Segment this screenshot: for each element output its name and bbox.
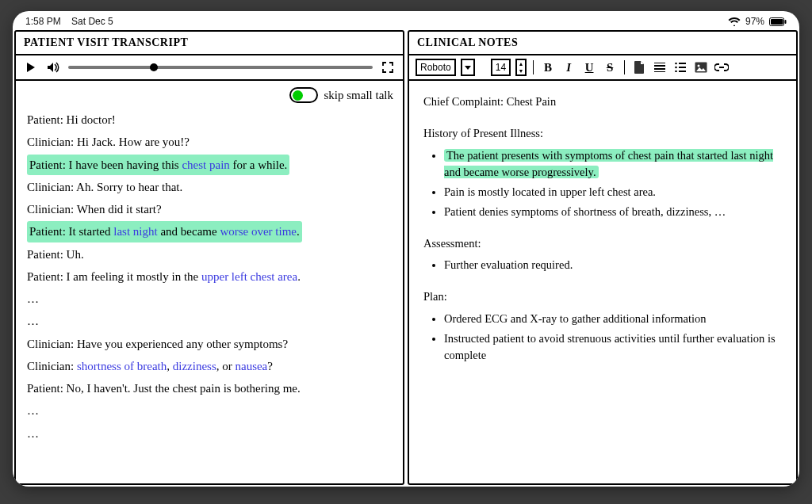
volume-button[interactable]: [46, 60, 60, 74]
transcript-text: ?: [267, 360, 273, 372]
seek-slider[interactable]: [68, 66, 373, 69]
note-section: Plan:Ordered ECG and X-ray to gather add…: [423, 288, 782, 365]
section-list: The patient presents with symptoms of ch…: [423, 147, 782, 221]
transcript-text: …: [27, 404, 39, 417]
status-time: 1:58 PM: [25, 16, 61, 27]
font-size-value: 14: [496, 62, 506, 73]
transcript-text: …: [27, 292, 39, 305]
font-size-stepper[interactable]: ▲ ▼: [515, 59, 527, 76]
transcript-line: Clinician: When did it start?: [27, 199, 392, 220]
transcript-text: Have you experienced any other symptoms?: [77, 338, 288, 350]
transcript-line: Clinician: shortness of breath, dizzines…: [27, 356, 392, 376]
font-family-select[interactable]: Roboto: [416, 59, 456, 76]
stepper-down-icon[interactable]: ▼: [517, 67, 525, 74]
speaker-prefix: Patient:: [29, 158, 69, 171]
image-icon[interactable]: [693, 59, 709, 75]
battery-icon: [769, 17, 787, 26]
section-title: Plan:: [423, 288, 782, 306]
notes-title: CLINICAL NOTES: [409, 32, 796, 55]
transcript-line: Clinician: Hi Jack. How are you!?: [27, 132, 392, 152]
list-item: Instructed patient to avoid strenuous ac…: [444, 330, 782, 365]
transcript-line: …: [27, 423, 392, 444]
speaker-prefix: Clinician:: [27, 338, 77, 350]
transcript-text: Ah. Sorry to hear that.: [76, 181, 182, 193]
transcript-line: Patient: I have been having this chest p…: [27, 155, 392, 175]
svg-point-4: [675, 67, 677, 69]
list-item: Patient denies symptoms of shortness of …: [444, 204, 782, 221]
font-size-select[interactable]: 14: [491, 59, 511, 76]
speaker-prefix: Clinician:: [27, 360, 77, 372]
list-icon[interactable]: [672, 59, 688, 75]
transcript-text: Uh.: [67, 248, 84, 261]
keyword: shortness of breath: [77, 360, 167, 372]
section-title: Assessment:: [423, 235, 782, 253]
transcript-text: ,: [167, 360, 173, 372]
transcript-text: .: [297, 270, 301, 283]
fullscreen-button[interactable]: [381, 60, 395, 74]
speaker-prefix: Clinician:: [27, 136, 77, 148]
align-icon[interactable]: [652, 59, 668, 75]
highlighted-note: The patient presents with symptoms of ch…: [444, 149, 773, 179]
split-panes: PATIENT VISIT TRANSCRIPT s: [13, 29, 799, 487]
notes-pane: CLINICAL NOTES Roboto 14 ▲ ▼ B I: [408, 30, 798, 485]
skip-small-talk-label: skip small talk: [324, 89, 394, 102]
transcript-text: , or: [216, 360, 236, 372]
transcript-line: Patient: Uh.: [27, 244, 392, 265]
transcript-line: Clinician: Have you experienced any othe…: [27, 334, 392, 354]
toggle-row: skip small talk: [16, 81, 403, 106]
font-family-dropdown-icon[interactable]: [461, 59, 475, 76]
transcript-text: I am feeling it mostly in the: [67, 270, 201, 283]
svg-point-5: [675, 71, 677, 72]
stepper-up-icon[interactable]: ▲: [517, 60, 525, 67]
transcript-text: Hi Jack. How are you!?: [77, 136, 190, 148]
editor-toolbar: Roboto 14 ▲ ▼ B I U S: [409, 55, 796, 81]
tablet-frame: 1:58 PM Sat Dec 5 97% PATIENT VISIT TRAN…: [13, 11, 799, 487]
transcript-text: …: [27, 315, 39, 327]
underline-button[interactable]: U: [581, 59, 597, 75]
keyword: upper left chest area: [201, 270, 297, 283]
font-family-value: Roboto: [420, 62, 451, 73]
svg-point-7: [698, 65, 700, 67]
play-button[interactable]: [24, 60, 38, 74]
transcript-line: Patient: Hi doctor!: [27, 109, 392, 130]
transcript-line: Clinician: Ah. Sorry to hear that.: [27, 177, 392, 197]
transcript-line: Patient: No, I haven't. Just the chest p…: [27, 378, 392, 399]
transcript-line: Patient: I am feeling it mostly in the u…: [27, 266, 392, 287]
notes-body[interactable]: Chief Complaint: Chest PainHistory of Pr…: [409, 81, 796, 483]
status-right: 97%: [728, 16, 787, 27]
transcript-text: It started: [69, 225, 114, 238]
skip-small-talk-toggle[interactable]: [289, 87, 318, 103]
transcript-text: for a while.: [230, 158, 287, 171]
bold-button[interactable]: B: [540, 59, 556, 75]
keyword: nausea: [235, 360, 267, 372]
transcript-text: When did it start?: [77, 203, 162, 216]
list-item: Further evaluation required.: [444, 257, 782, 274]
transcript-line: …: [27, 311, 392, 331]
strike-button[interactable]: S: [602, 59, 618, 75]
italic-button[interactable]: I: [561, 59, 576, 75]
section-list: Ordered ECG and X-ray to gather addition…: [423, 311, 782, 365]
keyword: chest pain: [182, 158, 229, 171]
list-item: Pain is mostly located in upper left che…: [444, 184, 782, 201]
transcript-text: Hi doctor!: [67, 113, 116, 126]
svg-point-3: [675, 63, 677, 64]
note-section: Chief Complaint: Chest Pain: [423, 94, 782, 111]
speaker-prefix: Clinician:: [27, 203, 77, 216]
section-title: Chief Complaint: Chest Pain: [423, 94, 782, 111]
battery-percent: 97%: [745, 16, 764, 27]
seek-thumb[interactable]: [150, 63, 158, 71]
section-title: History of Present Illness:: [423, 125, 782, 143]
list-item: The patient presents with symptoms of ch…: [444, 147, 782, 182]
list-item: Ordered ECG and X-ray to gather addition…: [444, 311, 782, 328]
media-bar: [16, 55, 403, 81]
keyword: worse over time: [220, 225, 297, 238]
transcript-body[interactable]: Patient: Hi doctor!Clinician: Hi Jack. H…: [16, 106, 403, 483]
transcript-text: …: [27, 427, 39, 440]
status-bar: 1:58 PM Sat Dec 5 97%: [13, 11, 799, 29]
transcript-text: I have been having this: [69, 158, 182, 171]
file-icon[interactable]: [631, 59, 647, 75]
toolbar-separator: [624, 60, 625, 74]
transcript-text: .: [297, 225, 300, 238]
link-icon[interactable]: [714, 59, 730, 75]
svg-rect-1: [771, 19, 783, 25]
